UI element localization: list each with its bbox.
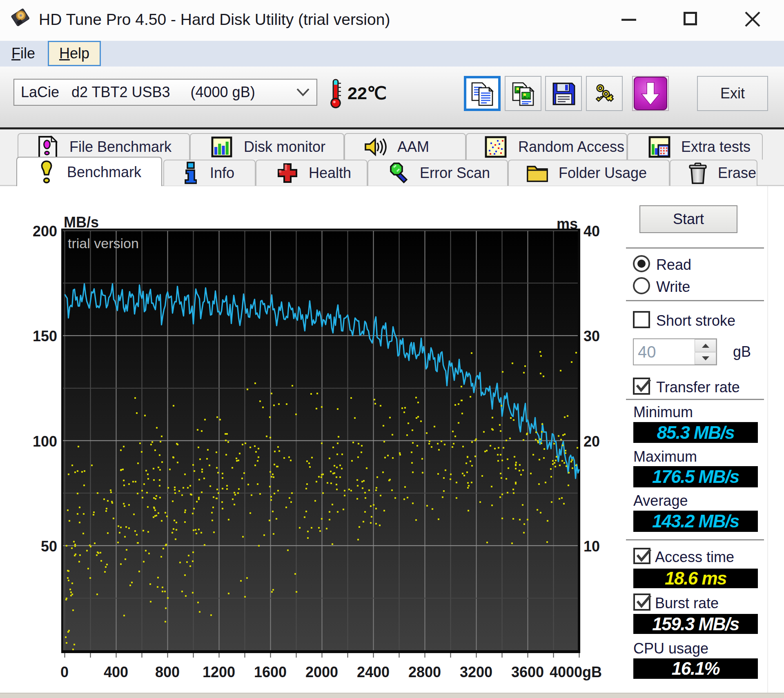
svg-text:trial version: trial version	[68, 236, 139, 251]
